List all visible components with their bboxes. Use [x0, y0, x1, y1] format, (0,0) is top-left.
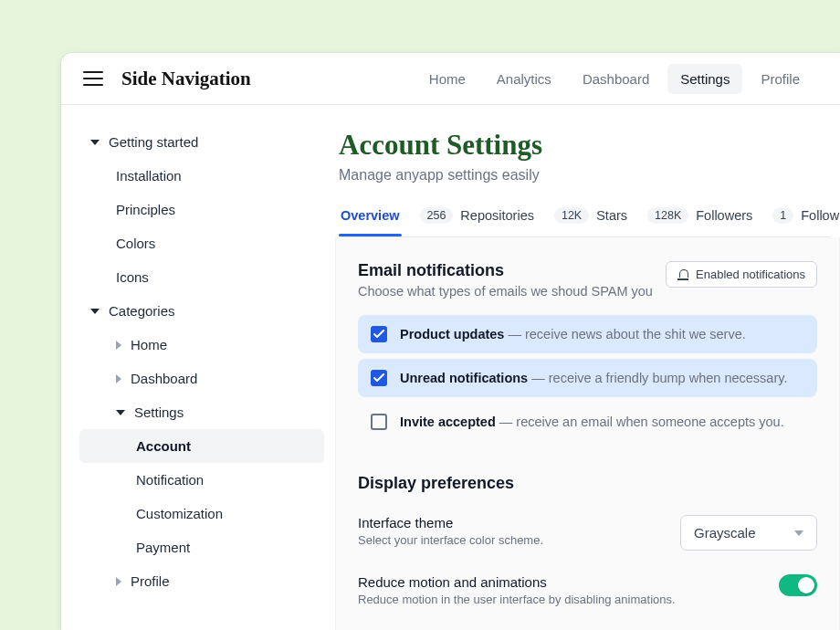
page-title: Account Settings: [339, 129, 831, 162]
sidebar-item-account[interactable]: Account: [79, 429, 324, 463]
sidebar-group-label: Categories: [109, 303, 175, 319]
tab-label: Following: [801, 208, 840, 223]
sidebar-item-notification[interactable]: Notification: [79, 463, 324, 497]
chevron-right-icon: [116, 577, 121, 586]
bell-icon: [677, 269, 688, 280]
theme-select[interactable]: Grayscale: [680, 515, 817, 551]
sidebar-item-label: Dashboard: [131, 371, 197, 386]
check-desc: receive an email when someone accepts yo…: [516, 415, 783, 429]
sidebar-item-label: Home: [131, 337, 167, 352]
tab-label: Repositories: [460, 208, 534, 223]
pref-motion-sub: Reduce motion in the user interface by d…: [358, 593, 676, 606]
check-row-product-updates[interactable]: Product updates — receive news about the…: [358, 315, 817, 353]
check-label: Invite accepted: [400, 415, 496, 429]
topnav-home[interactable]: Home: [416, 64, 478, 94]
sidebar-item-label: Profile: [131, 573, 170, 589]
topnav: Home Analytics Dashboard Settings Profil…: [416, 64, 818, 94]
sidebar-item-colors[interactable]: Colors: [79, 226, 324, 260]
sidebar-item-installation[interactable]: Installation: [79, 159, 324, 193]
tab-badge: 128K: [647, 207, 688, 224]
checkbox-icon[interactable]: [371, 326, 387, 342]
pref-row-theme: Interface theme Select your interface co…: [358, 515, 817, 551]
pref-row-motion: Reduce motion and animations Reduce moti…: [358, 574, 817, 606]
tab-stars[interactable]: 12KStars: [552, 207, 629, 236]
topnav-profile[interactable]: Profile: [748, 64, 813, 94]
settings-panel: Email notifications Choose what types of…: [335, 237, 840, 630]
sidebar-item-dashboard[interactable]: Dashboard: [79, 362, 324, 395]
chevron-right-icon: [116, 341, 121, 350]
tab-following[interactable]: 1Following: [771, 207, 840, 236]
pref-theme-label: Interface theme: [358, 515, 543, 530]
chevron-down-icon: [116, 410, 125, 415]
topnav-analytics[interactable]: Analytics: [484, 64, 564, 94]
tab-label: Stars: [596, 208, 627, 223]
tab-badge: 12K: [554, 207, 589, 224]
tab-overview[interactable]: Overview: [339, 208, 402, 236]
content: Getting started Installation Principles …: [61, 105, 840, 630]
sidebar-group-getting-started[interactable]: Getting started: [79, 125, 324, 159]
page-subtitle: Manage anyapp settings easily: [339, 167, 831, 184]
sidebar-item-principles[interactable]: Principles: [79, 193, 324, 226]
chevron-right-icon: [116, 374, 121, 383]
tab-repositories[interactable]: 256Repositories: [418, 207, 536, 236]
hamburger-icon[interactable]: [83, 71, 103, 86]
sidebar-item-payment[interactable]: Payment: [79, 530, 324, 564]
chevron-down-icon: [90, 140, 100, 145]
check-desc: receive news about the shit we serve.: [525, 327, 746, 341]
check-row-unread-notifications[interactable]: Unread notifications — receive a friendl…: [358, 359, 817, 397]
sidebar-group-label: Getting started: [109, 134, 198, 150]
tab-badge: 256: [420, 207, 454, 224]
sidebar-item-settings[interactable]: Settings: [79, 395, 324, 429]
check-desc: receive a friendly bump when necessary.: [549, 371, 788, 385]
topnav-settings[interactable]: Settings: [667, 64, 742, 94]
checkbox-icon[interactable]: [371, 414, 387, 430]
chevron-down-icon: [794, 530, 803, 536]
sidebar-item-icons[interactable]: Icons: [79, 260, 324, 294]
select-value: Grayscale: [694, 525, 756, 541]
pref-motion-label: Reduce motion and animations: [358, 574, 676, 590]
brand-title: Side Navigation: [121, 68, 251, 90]
motion-toggle[interactable]: [779, 574, 817, 596]
checkbox-icon[interactable]: [371, 370, 387, 386]
chevron-down-icon: [90, 309, 100, 314]
check-label: Unread notifications: [400, 371, 528, 385]
sidebar-item-customization[interactable]: Customization: [79, 497, 324, 530]
check-row-invite-accepted[interactable]: Invite accepted — receive an email when …: [358, 403, 817, 441]
tab-followers[interactable]: 128KFollowers: [646, 207, 754, 236]
email-section-title: Email notifications: [358, 261, 653, 280]
main: Account Settings Manage anyapp settings …: [335, 105, 840, 630]
sidebar-item-label: Settings: [134, 404, 184, 420]
sidebar-item-home[interactable]: Home: [79, 328, 324, 362]
tab-label: Followers: [696, 208, 752, 223]
check-label: Product updates: [400, 327, 504, 341]
tab-label: Overview: [341, 208, 400, 223]
tab-badge: 1: [772, 207, 793, 224]
button-label: Enabled notifications: [696, 268, 805, 281]
email-section-subtitle: Choose what types of emails we shoud SPA…: [358, 284, 653, 299]
topbar: Side Navigation Home Analytics Dashboard…: [61, 53, 840, 105]
tabs: Overview 256Repositories 12KStars 128KFo…: [339, 207, 831, 237]
sidebar-group-categories[interactable]: Categories: [79, 294, 324, 328]
display-section-title: Display preferences: [358, 474, 817, 493]
sidebar-item-profile[interactable]: Profile: [79, 564, 324, 598]
app-window: Side Navigation Home Analytics Dashboard…: [61, 53, 840, 630]
pref-theme-sub: Select your interface color scheme.: [358, 533, 543, 547]
sidebar: Getting started Installation Principles …: [61, 105, 335, 630]
enabled-notifications-button[interactable]: Enabled notifications: [666, 261, 817, 288]
topnav-dashboard[interactable]: Dashboard: [570, 64, 662, 94]
